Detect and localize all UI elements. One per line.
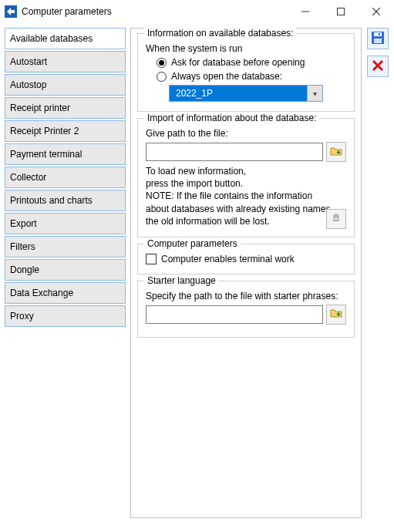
window-title: Computer parameters	[22, 6, 112, 17]
sidebar-item-label: Collector	[10, 172, 46, 183]
browse-button[interactable]	[326, 142, 346, 162]
radio-icon	[157, 72, 167, 82]
radio-label: Ask for database before opening	[171, 57, 305, 68]
checkbox-icon	[146, 254, 157, 264]
radio-icon	[157, 58, 167, 68]
sidebar-item-label: Dongle	[10, 264, 39, 275]
import-note-line3: the old information will be lost.	[146, 215, 346, 227]
sidebar-item-label: Available databases	[10, 33, 93, 44]
sidebar-item-autostart[interactable]: Autostart	[5, 51, 126, 72]
sidebar-item-proxy[interactable]: Proxy	[5, 305, 126, 327]
sidebar: Available databases Autostart Autostop R…	[5, 28, 126, 527]
sidebar-item-label: Receipt Printer 2	[10, 126, 79, 136]
svg-rect-8	[374, 39, 382, 43]
svg-rect-2	[338, 8, 345, 15]
sidebar-item-collector[interactable]: Collector	[5, 167, 126, 188]
starter-path-input[interactable]	[146, 305, 323, 324]
checkbox-label: Computer enables terminal work	[161, 254, 295, 264]
sidebar-item-available-databases[interactable]: Available databases	[5, 28, 126, 49]
close-button[interactable]	[359, 0, 394, 23]
save-button[interactable]	[367, 28, 389, 49]
sidebar-item-autostop[interactable]: Autostop	[5, 74, 126, 96]
database-select-value: 2022_1P	[170, 86, 307, 101]
group-starter-language: Starter language Specify the path to the…	[137, 281, 355, 338]
sidebar-item-data-exchange[interactable]: Data Exchange	[5, 282, 126, 304]
starter-path-label: Specify the path to the file with starte…	[146, 291, 346, 301]
sidebar-item-dongle[interactable]: Dongle	[5, 259, 126, 281]
group-title: Information on available databases:	[144, 28, 296, 39]
sidebar-item-printouts-and-charts[interactable]: Printouts and charts	[5, 190, 126, 211]
right-toolbar	[366, 28, 389, 527]
radio-always-open[interactable]: Always open the database:	[157, 71, 346, 82]
sidebar-item-label: Data Exchange	[10, 288, 73, 298]
radio-ask-before-opening[interactable]: Ask for database before opening	[157, 57, 346, 68]
folder-open-icon	[330, 307, 342, 322]
chevron-down-icon: ▾	[307, 86, 322, 101]
import-path-input[interactable]	[146, 143, 323, 161]
sidebar-item-label: Receipt printer	[10, 103, 70, 113]
svg-rect-9	[379, 33, 380, 35]
browse-button[interactable]	[326, 305, 346, 325]
import-button[interactable]	[326, 209, 346, 229]
sidebar-item-export[interactable]: Export	[5, 213, 126, 234]
sidebar-item-label: Proxy	[10, 311, 34, 322]
import-note-line2: about databases with already existing na…	[146, 203, 346, 215]
minimize-button[interactable]	[288, 0, 323, 23]
folder-open-icon	[330, 145, 342, 160]
when-system-run-label: When the system is run	[146, 43, 346, 54]
sidebar-item-label: Autostop	[10, 79, 46, 90]
group-available-databases: Information on available databases: When…	[137, 33, 355, 112]
database-select[interactable]: 2022_1P ▾	[169, 85, 323, 102]
sidebar-item-label: Printouts and charts	[10, 195, 93, 206]
sidebar-item-filters[interactable]: Filters	[5, 236, 126, 258]
import-icon	[330, 211, 342, 226]
sidebar-item-label: Autostart	[10, 56, 47, 67]
group-title: Import of information about the database…	[144, 113, 319, 123]
sidebar-item-receipt-printer[interactable]: Receipt printer	[5, 97, 126, 119]
delete-button[interactable]	[367, 56, 389, 77]
titlebar: Computer parameters	[0, 0, 394, 23]
group-import: Import of information about the database…	[137, 118, 355, 237]
import-text-line1: To load new information,	[146, 165, 346, 177]
sidebar-item-label: Export	[10, 218, 37, 229]
svg-point-5	[333, 219, 339, 221]
sidebar-item-label: Payment terminal	[10, 149, 82, 160]
group-title: Computer parameters	[144, 238, 241, 249]
sidebar-item-payment-terminal[interactable]: Payment terminal	[5, 143, 126, 165]
path-label: Give path to the file:	[146, 128, 346, 139]
sidebar-item-receipt-printer-2[interactable]: Receipt Printer 2	[5, 120, 126, 142]
maximize-button[interactable]	[323, 0, 359, 23]
sidebar-item-label: Filters	[10, 241, 35, 252]
import-note-line1: NOTE: If the file contains the informati…	[146, 190, 346, 202]
checkbox-terminal-work[interactable]: Computer enables terminal work	[146, 254, 346, 264]
svg-rect-7	[374, 32, 382, 36]
group-computer-parameters: Computer parameters Computer enables ter…	[137, 244, 355, 274]
group-title: Starter language	[144, 275, 219, 286]
main-panel: Information on available databases: When…	[130, 28, 362, 518]
save-icon	[370, 30, 386, 48]
import-text-line2: press the import button.	[146, 177, 346, 190]
app-icon	[5, 5, 17, 18]
delete-icon	[370, 58, 386, 76]
radio-label: Always open the database:	[171, 71, 282, 82]
